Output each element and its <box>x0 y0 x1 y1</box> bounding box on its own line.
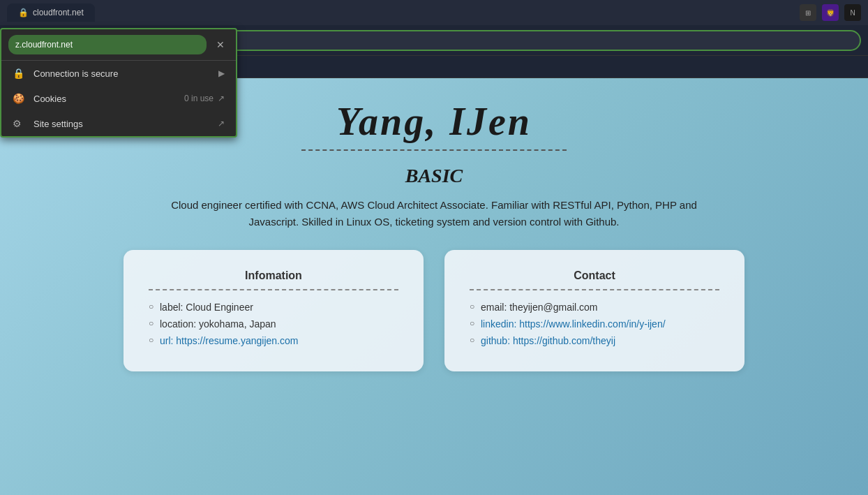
list-item: linkedin: https://www.linkedin.com/in/y-… <box>470 318 719 330</box>
active-tab[interactable]: 🔒 cloudfront.net <box>7 3 95 22</box>
list-item: label: Cloud Engineer <box>149 302 398 313</box>
site-settings-item[interactable]: ⚙ Site settings ↗ <box>1 111 236 136</box>
url-input-field[interactable] <box>8 35 207 54</box>
list-item: email: theyijen@gmail.com <box>470 302 719 313</box>
list-item: url: https://resume.yangijen.com <box>149 335 398 346</box>
cookies-label: Cookies <box>33 94 176 104</box>
info-list: label: Cloud Engineer location: yokohama… <box>149 302 398 346</box>
list-item: location: yokohama, Japan <box>149 318 398 330</box>
cookies-value: 0 in use ↗ <box>184 94 225 103</box>
gear-icon: ⚙ <box>13 118 25 129</box>
tab-favicon: 🔒 <box>18 8 29 17</box>
tab-bar: 🔒 cloudfront.net ⊞ 🦁 N <box>0 0 868 25</box>
section-title: BASIC <box>405 165 463 187</box>
info-card-title: Infomation <box>149 269 398 282</box>
info-card: Infomation label: Cloud Engineer locatio… <box>124 250 424 371</box>
site-settings-label: Site settings <box>33 119 209 129</box>
brave-shield-icon[interactable]: N <box>844 4 861 21</box>
tab-title: cloudfront.net <box>33 8 84 17</box>
cookie-icon: 🍪 <box>13 93 25 104</box>
grid-icon[interactable]: ⊞ <box>800 4 816 21</box>
github-link[interactable]: github: https://github.com/theyij <box>481 335 615 346</box>
url-link[interactable]: url: https://resume.yangijen.com <box>160 335 298 346</box>
lock-small-icon: 🔒 <box>13 68 25 79</box>
url-dropdown-popup: ✕ 🔒 Connection is secure ▶ 🍪 Cookies 0 i… <box>0 28 237 138</box>
connection-secure-item[interactable]: 🔒 Connection is secure ▶ <box>1 61 236 86</box>
cookies-item[interactable]: 🍪 Cookies 0 in use ↗ <box>1 86 236 111</box>
bio-text: Cloud engineer certified with CCNA, AWS … <box>155 197 713 230</box>
cards-row: Infomation label: Cloud Engineer locatio… <box>85 250 783 371</box>
contact-card: Contact email: theyijen@gmail.com linked… <box>444 250 744 371</box>
brave-icon[interactable]: 🦁 <box>822 4 839 21</box>
contact-list: email: theyijen@gmail.com linkedin: http… <box>470 302 719 346</box>
url-input-row: ✕ <box>1 29 236 61</box>
url-close-button[interactable]: ✕ <box>212 38 229 52</box>
connection-secure-label: Connection is secure <box>33 68 210 79</box>
info-card-divider <box>149 289 398 290</box>
site-settings-external-icon: ↗ <box>218 119 225 128</box>
list-item: github: https://github.com/theyij <box>470 335 719 346</box>
chevron-right-icon: ▶ <box>218 68 225 78</box>
contact-card-title: Contact <box>470 269 719 282</box>
title-divider <box>301 149 567 151</box>
linkedin-link[interactable]: linkedin: https://www.linkedin.com/in/y-… <box>481 318 666 330</box>
page-title: Yang, IJen <box>336 99 532 144</box>
contact-card-divider <box>470 289 719 290</box>
external-link-icon: ↗ <box>218 94 225 103</box>
